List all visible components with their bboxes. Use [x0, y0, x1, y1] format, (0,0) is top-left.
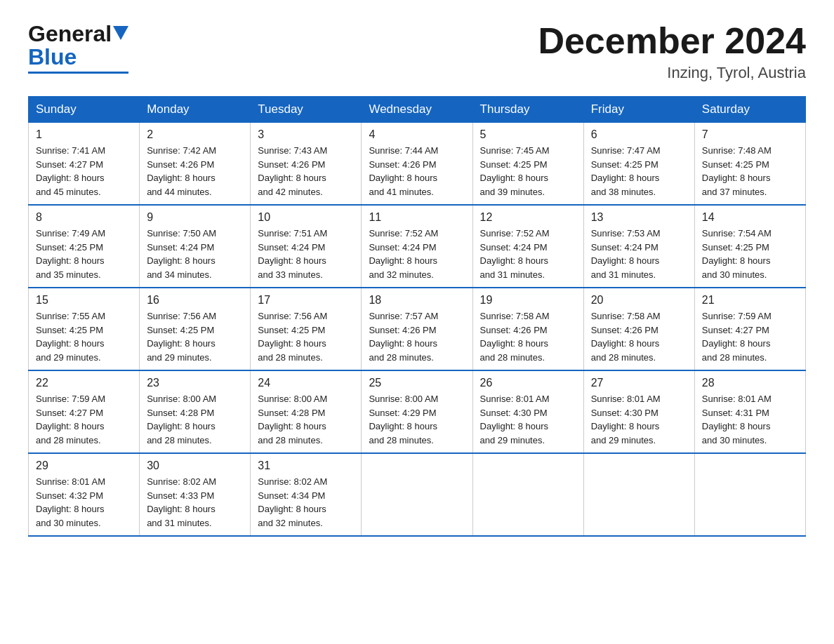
calendar-cell: 18 Sunrise: 7:57 AM Sunset: 4:26 PM Dayl… [362, 288, 472, 370]
day-info: Sunrise: 8:01 AM Sunset: 4:30 PM Dayligh… [480, 392, 576, 447]
calendar-cell: 9 Sunrise: 7:50 AM Sunset: 4:24 PM Dayli… [140, 205, 251, 288]
day-number: 7 [702, 128, 798, 141]
svg-marker-0 [113, 26, 128, 40]
calendar-cell: 2 Sunrise: 7:42 AM Sunset: 4:26 PM Dayli… [140, 123, 251, 206]
day-info: Sunrise: 8:00 AM Sunset: 4:28 PM Dayligh… [147, 392, 243, 447]
day-number: 3 [258, 128, 354, 141]
calendar-cell: 29 Sunrise: 8:01 AM Sunset: 4:32 PM Dayl… [29, 453, 140, 536]
page-header: General Blue December 2024 Inzing, Tyrol… [28, 21, 806, 82]
day-info: Sunrise: 7:56 AM Sunset: 4:25 PM Dayligh… [147, 309, 243, 364]
day-info: Sunrise: 7:59 AM Sunset: 4:27 PM Dayligh… [36, 392, 132, 447]
day-info: Sunrise: 7:58 AM Sunset: 4:26 PM Dayligh… [591, 309, 687, 364]
day-info: Sunrise: 7:54 AM Sunset: 4:25 PM Dayligh… [702, 227, 798, 281]
day-info: Sunrise: 7:49 AM Sunset: 4:25 PM Dayligh… [36, 227, 132, 281]
day-number: 1 [36, 128, 132, 141]
day-info: Sunrise: 8:02 AM Sunset: 4:33 PM Dayligh… [147, 475, 243, 530]
calendar-cell: 5 Sunrise: 7:45 AM Sunset: 4:25 PM Dayli… [472, 123, 583, 206]
logo-triangle-icon [113, 26, 128, 40]
calendar-cell: 21 Sunrise: 7:59 AM Sunset: 4:27 PM Dayl… [694, 288, 805, 370]
day-info: Sunrise: 7:47 AM Sunset: 4:25 PM Dayligh… [591, 144, 687, 199]
calendar-cell: 28 Sunrise: 8:01 AM Sunset: 4:31 PM Dayl… [694, 370, 805, 453]
week-row-5: 29 Sunrise: 8:01 AM Sunset: 4:32 PM Dayl… [29, 453, 806, 536]
day-info: Sunrise: 7:48 AM Sunset: 4:25 PM Dayligh… [702, 144, 798, 199]
calendar-cell [472, 453, 583, 536]
day-info: Sunrise: 8:01 AM Sunset: 4:32 PM Dayligh… [36, 475, 132, 530]
day-number: 26 [480, 377, 576, 389]
calendar-header-row: SundayMondayTuesdayWednesdayThursdayFrid… [29, 97, 806, 123]
day-number: 12 [480, 211, 576, 224]
day-info: Sunrise: 8:01 AM Sunset: 4:31 PM Dayligh… [702, 392, 798, 447]
week-row-2: 8 Sunrise: 7:49 AM Sunset: 4:25 PM Dayli… [29, 205, 806, 288]
calendar-cell: 30 Sunrise: 8:02 AM Sunset: 4:33 PM Dayl… [140, 453, 251, 536]
day-number: 27 [591, 377, 687, 389]
calendar-cell [694, 453, 805, 536]
day-number: 11 [369, 211, 465, 224]
day-number: 20 [591, 294, 687, 307]
calendar-cell: 11 Sunrise: 7:52 AM Sunset: 4:24 PM Dayl… [362, 205, 472, 288]
day-number: 17 [258, 294, 354, 307]
header-thursday: Thursday [472, 97, 583, 123]
logo-underline [28, 72, 128, 74]
logo: General Blue [28, 21, 128, 74]
week-row-1: 1 Sunrise: 7:41 AM Sunset: 4:27 PM Dayli… [29, 123, 806, 206]
calendar-cell: 25 Sunrise: 8:00 AM Sunset: 4:29 PM Dayl… [362, 370, 472, 453]
day-number: 24 [258, 377, 354, 389]
calendar-cell: 4 Sunrise: 7:44 AM Sunset: 4:26 PM Dayli… [362, 123, 472, 206]
calendar-cell: 6 Sunrise: 7:47 AM Sunset: 4:25 PM Dayli… [583, 123, 694, 206]
header-monday: Monday [140, 97, 251, 123]
calendar-table: SundayMondayTuesdayWednesdayThursdayFrid… [28, 96, 806, 537]
day-info: Sunrise: 7:58 AM Sunset: 4:26 PM Dayligh… [480, 309, 576, 364]
day-number: 16 [147, 294, 243, 307]
day-info: Sunrise: 7:57 AM Sunset: 4:26 PM Dayligh… [369, 309, 465, 364]
calendar-cell: 8 Sunrise: 7:49 AM Sunset: 4:25 PM Dayli… [29, 205, 140, 288]
logo-blue-text: Blue [28, 44, 77, 69]
day-info: Sunrise: 7:42 AM Sunset: 4:26 PM Dayligh… [147, 144, 243, 199]
day-info: Sunrise: 7:55 AM Sunset: 4:25 PM Dayligh… [36, 309, 132, 364]
calendar-cell: 3 Sunrise: 7:43 AM Sunset: 4:26 PM Dayli… [251, 123, 362, 206]
header-friday: Friday [583, 97, 694, 123]
calendar-cell: 14 Sunrise: 7:54 AM Sunset: 4:25 PM Dayl… [694, 205, 805, 288]
day-info: Sunrise: 7:43 AM Sunset: 4:26 PM Dayligh… [258, 144, 354, 199]
calendar-cell: 31 Sunrise: 8:02 AM Sunset: 4:34 PM Dayl… [251, 453, 362, 536]
header-right: December 2024 Inzing, Tyrol, Austria [538, 21, 806, 82]
day-number: 18 [369, 294, 465, 307]
day-info: Sunrise: 8:01 AM Sunset: 4:30 PM Dayligh… [591, 392, 687, 447]
calendar-cell: 22 Sunrise: 7:59 AM Sunset: 4:27 PM Dayl… [29, 370, 140, 453]
calendar-cell: 19 Sunrise: 7:58 AM Sunset: 4:26 PM Dayl… [472, 288, 583, 370]
day-number: 2 [147, 128, 243, 141]
calendar-cell: 20 Sunrise: 7:58 AM Sunset: 4:26 PM Dayl… [583, 288, 694, 370]
calendar-cell: 23 Sunrise: 8:00 AM Sunset: 4:28 PM Dayl… [140, 370, 251, 453]
day-number: 6 [591, 128, 687, 141]
day-number: 28 [702, 377, 798, 389]
day-info: Sunrise: 7:52 AM Sunset: 4:24 PM Dayligh… [480, 227, 576, 281]
day-number: 29 [36, 459, 132, 472]
calendar-cell: 10 Sunrise: 7:51 AM Sunset: 4:24 PM Dayl… [251, 205, 362, 288]
day-number: 9 [147, 211, 243, 224]
calendar-cell: 13 Sunrise: 7:53 AM Sunset: 4:24 PM Dayl… [583, 205, 694, 288]
day-number: 22 [36, 377, 132, 389]
calendar-cell: 17 Sunrise: 7:56 AM Sunset: 4:25 PM Dayl… [251, 288, 362, 370]
header-tuesday: Tuesday [251, 97, 362, 123]
day-info: Sunrise: 7:45 AM Sunset: 4:25 PM Dayligh… [480, 144, 576, 199]
calendar-cell: 12 Sunrise: 7:52 AM Sunset: 4:24 PM Dayl… [472, 205, 583, 288]
day-info: Sunrise: 7:59 AM Sunset: 4:27 PM Dayligh… [702, 309, 798, 364]
day-number: 21 [702, 294, 798, 307]
week-row-4: 22 Sunrise: 7:59 AM Sunset: 4:27 PM Dayl… [29, 370, 806, 453]
day-info: Sunrise: 7:52 AM Sunset: 4:24 PM Dayligh… [369, 227, 465, 281]
day-info: Sunrise: 7:53 AM Sunset: 4:24 PM Dayligh… [591, 227, 687, 281]
day-number: 14 [702, 211, 798, 224]
day-number: 13 [591, 211, 687, 224]
header-sunday: Sunday [29, 97, 140, 123]
day-info: Sunrise: 7:56 AM Sunset: 4:25 PM Dayligh… [258, 309, 354, 364]
calendar-cell: 16 Sunrise: 7:56 AM Sunset: 4:25 PM Dayl… [140, 288, 251, 370]
calendar-cell [362, 453, 472, 536]
day-info: Sunrise: 7:44 AM Sunset: 4:26 PM Dayligh… [369, 144, 465, 199]
month-title: December 2024 [538, 21, 806, 61]
day-number: 5 [480, 128, 576, 141]
day-number: 25 [369, 377, 465, 389]
calendar-cell [583, 453, 694, 536]
day-number: 8 [36, 211, 132, 224]
day-number: 15 [36, 294, 132, 307]
day-number: 30 [147, 459, 243, 472]
day-info: Sunrise: 8:02 AM Sunset: 4:34 PM Dayligh… [258, 475, 354, 530]
